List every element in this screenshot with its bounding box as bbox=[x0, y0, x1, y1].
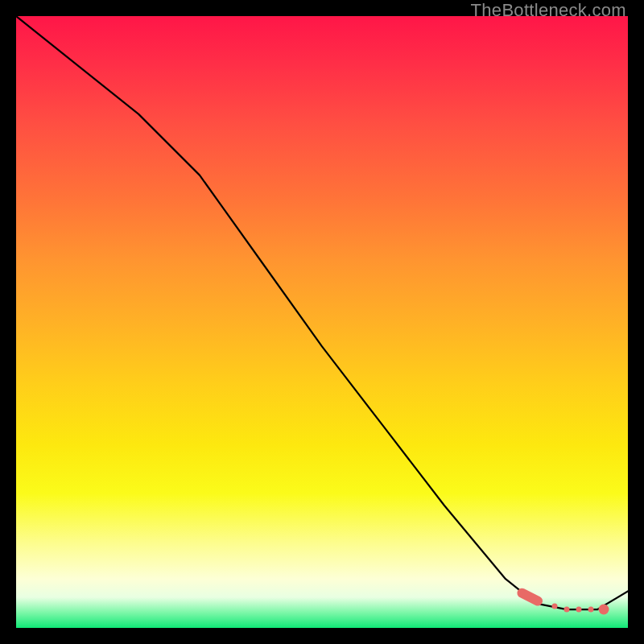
highlight-dot bbox=[576, 607, 582, 613]
end-marker-dot bbox=[598, 605, 609, 615]
bottleneck-curve bbox=[16, 16, 628, 628]
highlight-dot bbox=[564, 607, 570, 613]
watermark-text: TheBottleneck.com bbox=[471, 0, 626, 21]
plot-area bbox=[16, 16, 628, 628]
highlight-dot bbox=[588, 607, 594, 613]
chart-frame: TheBottleneck.com bbox=[0, 0, 644, 644]
highlight-dot bbox=[551, 604, 557, 609]
